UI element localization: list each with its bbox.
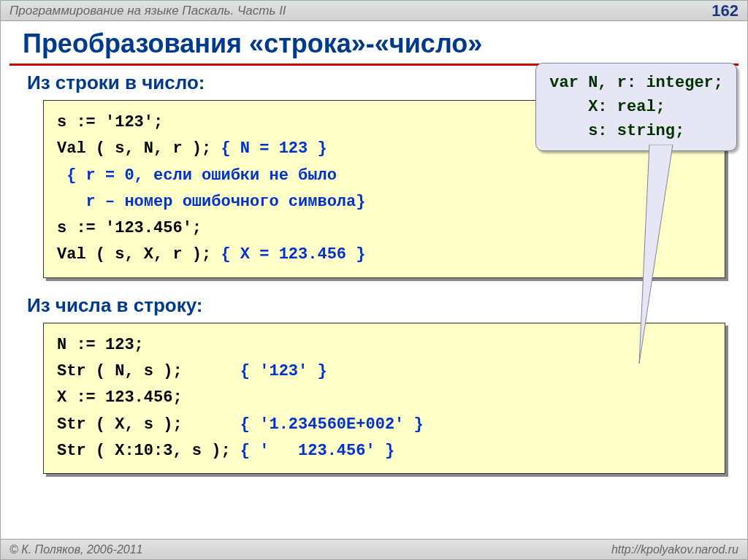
code-comment: r – номер ошибочного символа} xyxy=(57,193,365,211)
course-title: Программирование на языке Паскаль. Часть… xyxy=(9,4,286,18)
var-declaration-callout: var N, r: integer; X: real; s: string; xyxy=(535,63,737,151)
code-line: s := '123'; xyxy=(57,113,163,131)
section2-heading: Из числа в строку: xyxy=(27,294,725,317)
page-title: Преобразования «строка»-«число» xyxy=(1,21,747,64)
code-line: Str ( N, s ); xyxy=(57,362,240,380)
code-comment: { '123' } xyxy=(240,362,327,380)
code-line: N := 123; xyxy=(57,336,144,354)
code-line: Val ( s, N, r ); xyxy=(57,139,221,158)
code-line: X := 123.456; xyxy=(57,388,183,407)
code-comment: { r = 0, если ошибки не было xyxy=(57,166,337,185)
code-comment: { ' 123.456' } xyxy=(240,442,394,460)
code-comment: { N = 123 } xyxy=(221,139,327,158)
code-line: Str ( X, s ); xyxy=(57,415,240,434)
code-line: s := '123.456'; xyxy=(57,219,202,237)
svg-marker-0 xyxy=(639,145,673,364)
code-comment: { X = 123.456 } xyxy=(221,245,365,264)
code-line: Val ( s, X, r ); xyxy=(57,245,221,264)
page-number: 162 xyxy=(711,1,739,20)
footer-url: http://kpolyakov.narod.ru xyxy=(611,543,739,556)
code-line: Str ( X:10:3, s ); xyxy=(57,442,240,460)
code-comment: { '1.234560E+002' } xyxy=(240,415,424,434)
copyright-text: © К. Поляков, 2006-2011 xyxy=(9,543,142,556)
footer-bar: © К. Поляков, 2006-2011 http://kpolyakov… xyxy=(1,539,747,559)
header-bar: Программирование на языке Паскаль. Часть… xyxy=(1,1,747,21)
content-area: var N, r: integer; X: real; s: string; И… xyxy=(1,72,747,474)
